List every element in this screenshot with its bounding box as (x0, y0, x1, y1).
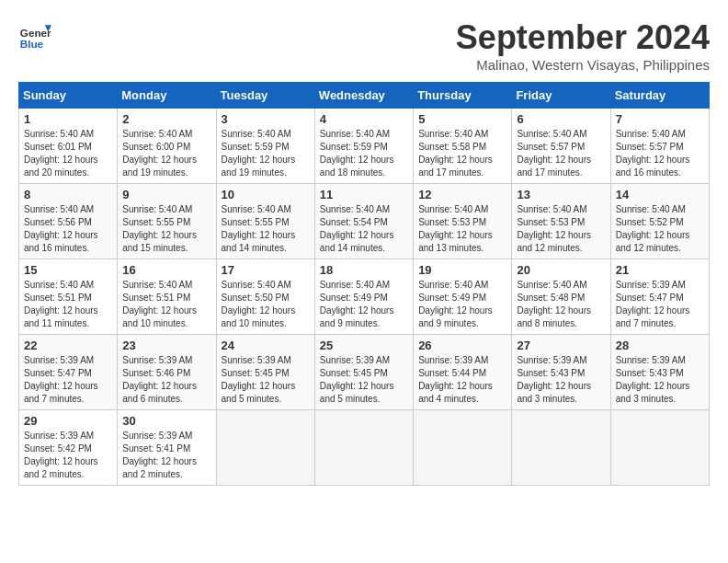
day-header-friday: Friday (512, 83, 610, 109)
day-number: 9 (122, 188, 210, 201)
calendar-cell: 6Sunrise: 5:40 AM Sunset: 5:57 PM Daylig… (512, 109, 610, 184)
calendar-cell: 20Sunrise: 5:40 AM Sunset: 5:48 PM Dayli… (512, 259, 610, 335)
calendar-cell: 3Sunrise: 5:40 AM Sunset: 5:59 PM Daylig… (216, 109, 314, 184)
day-info: Sunrise: 5:39 AM Sunset: 5:42 PM Dayligh… (24, 430, 112, 481)
day-header-tuesday: Tuesday (216, 83, 314, 109)
calendar-week-2: 8Sunrise: 5:40 AM Sunset: 5:56 PM Daylig… (19, 184, 710, 259)
calendar-cell: 22Sunrise: 5:39 AM Sunset: 5:47 PM Dayli… (19, 335, 118, 410)
title-block: September 2024 Malinao, Western Visayas,… (456, 18, 710, 73)
day-number: 11 (320, 188, 408, 201)
day-info: Sunrise: 5:39 AM Sunset: 5:47 PM Dayligh… (616, 279, 704, 330)
calendar-cell: 7Sunrise: 5:40 AM Sunset: 5:57 PM Daylig… (610, 109, 709, 184)
calendar-cell: 14Sunrise: 5:40 AM Sunset: 5:52 PM Dayli… (610, 184, 709, 259)
day-number: 6 (517, 112, 605, 126)
day-info: Sunrise: 5:39 AM Sunset: 5:44 PM Dayligh… (418, 354, 506, 406)
day-number: 7 (616, 112, 704, 126)
calendar-body: 1Sunrise: 5:40 AM Sunset: 6:01 PM Daylig… (19, 109, 710, 486)
calendar-week-3: 15Sunrise: 5:40 AM Sunset: 5:51 PM Dayli… (19, 259, 710, 335)
calendar-cell: 10Sunrise: 5:40 AM Sunset: 5:55 PM Dayli… (216, 184, 314, 259)
calendar-cell: 9Sunrise: 5:40 AM Sunset: 5:55 PM Daylig… (118, 184, 216, 259)
day-number: 4 (320, 112, 408, 126)
calendar-cell (610, 410, 709, 486)
day-info: Sunrise: 5:40 AM Sunset: 5:53 PM Dayligh… (517, 203, 605, 255)
calendar-cell: 19Sunrise: 5:40 AM Sunset: 5:49 PM Dayli… (414, 259, 512, 335)
day-number: 22 (24, 339, 112, 352)
calendar-cell (414, 410, 512, 486)
day-number: 15 (24, 263, 112, 277)
day-info: Sunrise: 5:40 AM Sunset: 5:58 PM Dayligh… (418, 128, 506, 179)
day-number: 25 (320, 339, 408, 352)
logo: General Blue (18, 18, 51, 52)
day-number: 12 (418, 188, 506, 201)
day-number: 29 (24, 414, 112, 428)
day-number: 8 (24, 188, 112, 201)
day-number: 3 (222, 112, 310, 126)
calendar-cell: 30Sunrise: 5:39 AM Sunset: 5:41 PM Dayli… (118, 410, 216, 486)
day-number: 18 (320, 263, 408, 277)
calendar-cell: 27Sunrise: 5:39 AM Sunset: 5:43 PM Dayli… (512, 335, 610, 410)
location-subtitle: Malinao, Western Visayas, Philippines (456, 57, 710, 73)
calendar-cell: 29Sunrise: 5:39 AM Sunset: 5:42 PM Dayli… (19, 410, 118, 486)
day-header-monday: Monday (118, 83, 216, 109)
day-info: Sunrise: 5:40 AM Sunset: 5:55 PM Dayligh… (122, 203, 210, 255)
day-header-wednesday: Wednesday (314, 83, 413, 109)
day-info: Sunrise: 5:40 AM Sunset: 5:53 PM Dayligh… (418, 203, 506, 255)
day-number: 5 (418, 112, 506, 126)
calendar-cell: 4Sunrise: 5:40 AM Sunset: 5:59 PM Daylig… (314, 109, 413, 184)
day-number: 28 (616, 339, 704, 352)
day-info: Sunrise: 5:40 AM Sunset: 5:51 PM Dayligh… (24, 279, 112, 330)
day-info: Sunrise: 5:40 AM Sunset: 5:49 PM Dayligh… (418, 279, 506, 330)
day-info: Sunrise: 5:40 AM Sunset: 6:01 PM Dayligh… (24, 128, 112, 179)
day-info: Sunrise: 5:40 AM Sunset: 5:56 PM Dayligh… (24, 203, 112, 255)
calendar-week-1: 1Sunrise: 5:40 AM Sunset: 6:01 PM Daylig… (19, 109, 710, 184)
day-info: Sunrise: 5:40 AM Sunset: 5:55 PM Dayligh… (222, 203, 310, 255)
day-number: 2 (122, 112, 210, 126)
calendar-cell: 23Sunrise: 5:39 AM Sunset: 5:46 PM Dayli… (118, 335, 216, 410)
calendar-cell (216, 410, 314, 486)
calendar-cell: 11Sunrise: 5:40 AM Sunset: 5:54 PM Dayli… (314, 184, 413, 259)
day-info: Sunrise: 5:39 AM Sunset: 5:46 PM Dayligh… (122, 354, 210, 406)
day-header-sunday: Sunday (19, 83, 118, 109)
day-info: Sunrise: 5:40 AM Sunset: 5:54 PM Dayligh… (320, 203, 408, 255)
calendar-cell: 16Sunrise: 5:40 AM Sunset: 5:51 PM Dayli… (118, 259, 216, 335)
day-info: Sunrise: 5:40 AM Sunset: 6:00 PM Dayligh… (122, 128, 210, 179)
day-info: Sunrise: 5:40 AM Sunset: 5:48 PM Dayligh… (517, 279, 605, 330)
calendar-cell: 28Sunrise: 5:39 AM Sunset: 5:43 PM Dayli… (610, 335, 709, 410)
day-info: Sunrise: 5:39 AM Sunset: 5:43 PM Dayligh… (517, 354, 605, 406)
day-info: Sunrise: 5:40 AM Sunset: 5:51 PM Dayligh… (122, 279, 210, 330)
day-info: Sunrise: 5:39 AM Sunset: 5:45 PM Dayligh… (222, 354, 310, 406)
day-number: 19 (418, 263, 506, 277)
day-info: Sunrise: 5:40 AM Sunset: 5:59 PM Dayligh… (222, 128, 310, 179)
day-number: 26 (418, 339, 506, 352)
day-number: 17 (222, 263, 310, 277)
month-year-title: September 2024 (456, 18, 710, 57)
day-number: 30 (122, 414, 210, 428)
day-info: Sunrise: 5:39 AM Sunset: 5:43 PM Dayligh… (616, 354, 704, 406)
logo-icon: General Blue (18, 18, 51, 52)
day-number: 14 (616, 188, 704, 201)
day-number: 20 (517, 263, 605, 277)
day-info: Sunrise: 5:40 AM Sunset: 5:57 PM Dayligh… (517, 128, 605, 179)
calendar-cell: 26Sunrise: 5:39 AM Sunset: 5:44 PM Dayli… (414, 335, 512, 410)
day-header-saturday: Saturday (610, 83, 709, 109)
day-number: 16 (122, 263, 210, 277)
calendar-cell: 18Sunrise: 5:40 AM Sunset: 5:49 PM Dayli… (314, 259, 413, 335)
calendar-cell: 13Sunrise: 5:40 AM Sunset: 5:53 PM Dayli… (512, 184, 610, 259)
calendar-cell: 25Sunrise: 5:39 AM Sunset: 5:45 PM Dayli… (314, 335, 413, 410)
day-number: 21 (616, 263, 704, 277)
calendar-cell: 21Sunrise: 5:39 AM Sunset: 5:47 PM Dayli… (610, 259, 709, 335)
calendar-header-row: SundayMondayTuesdayWednesdayThursdayFrid… (19, 83, 710, 109)
day-number: 27 (517, 339, 605, 352)
calendar-week-5: 29Sunrise: 5:39 AM Sunset: 5:42 PM Dayli… (19, 410, 710, 486)
calendar-cell: 17Sunrise: 5:40 AM Sunset: 5:50 PM Dayli… (216, 259, 314, 335)
day-number: 13 (517, 188, 605, 201)
calendar-cell (314, 410, 413, 486)
calendar-table: SundayMondayTuesdayWednesdayThursdayFrid… (18, 82, 710, 486)
day-info: Sunrise: 5:39 AM Sunset: 5:41 PM Dayligh… (122, 430, 210, 481)
calendar-week-4: 22Sunrise: 5:39 AM Sunset: 5:47 PM Dayli… (19, 335, 710, 410)
page-header: General Blue September 2024 Malinao, Wes… (18, 18, 710, 73)
day-info: Sunrise: 5:39 AM Sunset: 5:47 PM Dayligh… (24, 354, 112, 406)
day-number: 1 (24, 112, 112, 126)
day-info: Sunrise: 5:40 AM Sunset: 5:49 PM Dayligh… (320, 279, 408, 330)
day-info: Sunrise: 5:39 AM Sunset: 5:45 PM Dayligh… (320, 354, 408, 406)
